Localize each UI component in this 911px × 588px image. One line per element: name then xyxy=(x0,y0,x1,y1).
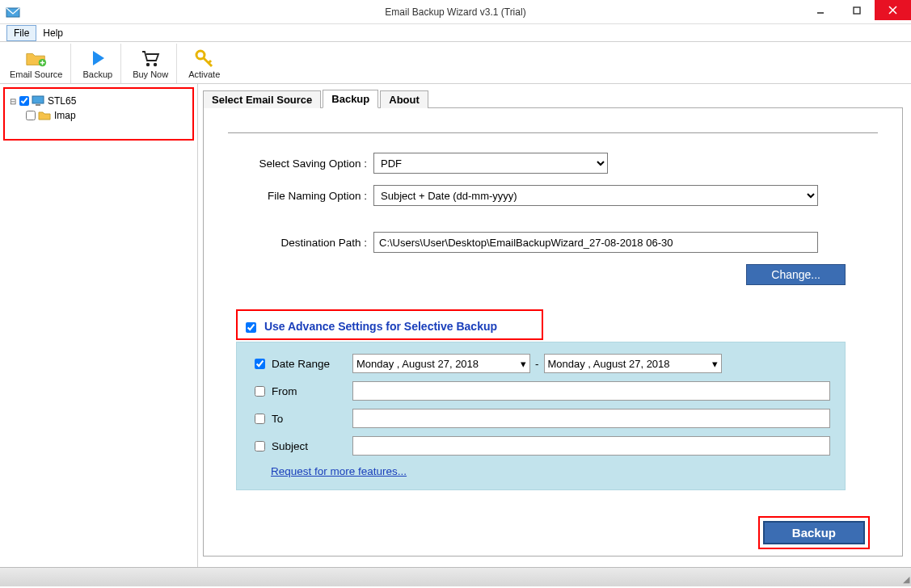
cart-icon xyxy=(139,48,162,69)
date-separator: - xyxy=(535,358,539,370)
row-change-button: Change... xyxy=(228,264,878,285)
toolbar-email-source-label: Email Source xyxy=(10,69,62,79)
naming-option-select[interactable]: Subject + Date (dd-mm-yyyy) xyxy=(373,185,818,206)
request-features-link[interactable]: Request for more features... xyxy=(271,465,407,477)
to-input[interactable] xyxy=(352,409,830,428)
naming-option-label: File Naming Option : xyxy=(228,190,373,202)
computer-icon xyxy=(31,95,45,107)
tab-body-backup: Select Saving Option : PDF File Naming O… xyxy=(203,108,903,556)
statusbar: ◢ xyxy=(0,567,911,586)
advance-panel: Date Range Monday , August 27, 2018 ▾ - … xyxy=(236,342,846,490)
toolbar-buy-now-label: Buy Now xyxy=(133,69,168,79)
date-to-value: Monday , August 27, 2018 xyxy=(548,358,712,370)
maximize-button[interactable] xyxy=(838,0,875,20)
date-from-picker[interactable]: Monday , August 27, 2018 ▾ xyxy=(352,354,530,373)
chevron-down-icon: ▾ xyxy=(712,358,718,370)
toolbar-backup[interactable]: Backup xyxy=(76,44,121,83)
advance-settings-label: Use Advance Settings for Selective Backu… xyxy=(264,320,497,333)
row-destination-path: Destination Path : xyxy=(228,232,878,253)
to-checkbox[interactable] xyxy=(255,414,265,424)
key-icon xyxy=(193,48,216,69)
sidebar: ⊟ STL65 Imap xyxy=(0,84,198,567)
tree-child-checkbox[interactable] xyxy=(26,111,36,120)
from-checkbox[interactable] xyxy=(255,386,265,397)
window-title: Email Backup Wizard v3.1 (Trial) xyxy=(0,6,911,18)
svg-rect-15 xyxy=(36,104,40,106)
folder-icon xyxy=(37,110,52,121)
advance-settings-checkbox[interactable] xyxy=(246,322,256,333)
menubar: File Help xyxy=(0,24,911,42)
toolbar: Email Source Backup Buy Now Activate xyxy=(0,42,911,84)
divider xyxy=(228,132,878,133)
row-saving-option: Select Saving Option : PDF xyxy=(228,153,878,174)
minimize-button[interactable] xyxy=(802,0,838,20)
tree-root-label: STL65 xyxy=(48,95,76,107)
content-area: Select Email Source Backup About Select … xyxy=(198,84,911,567)
toolbar-buy-now[interactable]: Buy Now xyxy=(126,44,177,83)
toolbar-activate-label: Activate xyxy=(188,69,220,79)
tree-highlight-box: ⊟ STL65 Imap xyxy=(3,87,194,141)
menu-file[interactable]: File xyxy=(6,25,36,41)
play-icon xyxy=(86,48,109,69)
subject-input[interactable] xyxy=(352,436,830,456)
saving-option-select[interactable]: PDF xyxy=(373,153,608,174)
change-button[interactable]: Change... xyxy=(746,264,846,285)
row-naming-option: File Naming Option : Subject + Date (dd-… xyxy=(228,185,878,206)
advance-settings-highlight: Use Advance Settings for Selective Backu… xyxy=(236,309,543,340)
svg-rect-14 xyxy=(32,96,44,103)
destination-path-input[interactable] xyxy=(373,232,818,253)
subject-checkbox[interactable] xyxy=(255,441,265,452)
date-range-checkbox[interactable] xyxy=(255,359,265,369)
close-button[interactable] xyxy=(875,0,911,20)
tree-root-row[interactable]: ⊟ STL65 xyxy=(8,94,189,108)
row-to: To xyxy=(255,409,830,428)
toolbar-backup-label: Backup xyxy=(82,69,112,79)
tab-about[interactable]: About xyxy=(380,90,428,108)
row-subject: Subject xyxy=(255,436,830,456)
backup-button-highlight: Backup xyxy=(758,516,870,549)
app-icon xyxy=(5,4,21,20)
toolbar-email-source[interactable]: Email Source xyxy=(3,44,71,83)
backup-button-area: Backup xyxy=(758,516,870,549)
folder-plus-icon xyxy=(25,48,48,69)
row-date-range: Date Range Monday , August 27, 2018 ▾ - … xyxy=(255,354,830,373)
from-input[interactable] xyxy=(352,381,830,401)
destination-path-label: Destination Path : xyxy=(228,237,373,249)
advance-settings-toggle[interactable]: Use Advance Settings for Selective Backu… xyxy=(246,320,497,333)
svg-marker-8 xyxy=(93,51,104,65)
row-from: From xyxy=(255,381,830,401)
svg-point-10 xyxy=(154,63,157,66)
menu-help[interactable]: Help xyxy=(36,26,70,40)
svg-point-9 xyxy=(146,63,150,66)
tree-expander-icon[interactable]: ⊟ xyxy=(8,97,18,106)
main-area: ⊟ STL65 Imap Select Email Source Backup … xyxy=(0,84,911,567)
svg-rect-2 xyxy=(854,7,860,14)
subject-label: Subject xyxy=(272,440,352,452)
resize-grip-icon[interactable]: ◢ xyxy=(903,574,909,585)
svg-line-13 xyxy=(209,61,211,63)
tabstrip: Select Email Source Backup About xyxy=(203,89,903,108)
to-label: To xyxy=(272,413,352,425)
backup-button[interactable]: Backup xyxy=(763,521,865,544)
saving-option-label: Select Saving Option : xyxy=(228,158,373,170)
tree-child-row[interactable]: Imap xyxy=(8,108,189,123)
tree-root-checkbox[interactable] xyxy=(19,96,29,106)
date-from-value: Monday , August 27, 2018 xyxy=(356,358,521,370)
date-to-picker[interactable]: Monday , August 27, 2018 ▾ xyxy=(544,354,722,373)
titlebar: Email Backup Wizard v3.1 (Trial) xyxy=(0,0,911,24)
tab-select-email-source[interactable]: Select Email Source xyxy=(203,90,321,108)
toolbar-activate[interactable]: Activate xyxy=(182,44,226,83)
tab-backup[interactable]: Backup xyxy=(323,90,378,108)
from-label: From xyxy=(272,385,352,397)
date-range-label: Date Range xyxy=(272,358,352,370)
chevron-down-icon: ▾ xyxy=(521,358,526,370)
tree-child-label: Imap xyxy=(54,110,76,121)
